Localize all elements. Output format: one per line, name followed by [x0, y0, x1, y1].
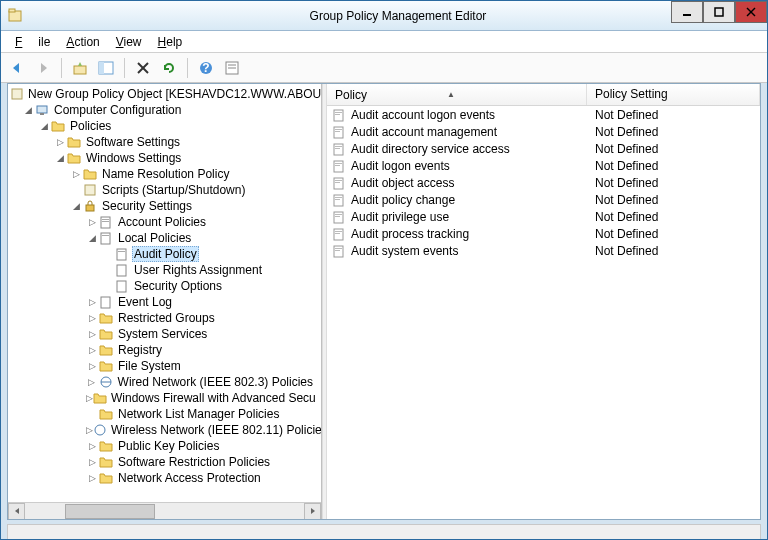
svg-rect-3	[715, 8, 723, 16]
expand-icon[interactable]: ▷	[86, 440, 98, 452]
expand-icon[interactable]: ▷	[86, 472, 98, 484]
scroll-left-button[interactable]	[8, 503, 25, 520]
expand-icon[interactable]: ▷	[86, 376, 98, 388]
tree-firewall[interactable]: ▷Windows Firewall with Advanced Secu	[8, 390, 321, 406]
list-row[interactable]: Audit account managementNot Defined	[327, 123, 760, 140]
list-row[interactable]: Audit logon eventsNot Defined	[327, 157, 760, 174]
svg-rect-8	[99, 62, 104, 74]
list-row[interactable]: Audit account logon eventsNot Defined	[327, 106, 760, 123]
tree-security-options[interactable]: Security Options	[8, 278, 321, 294]
tree-network-access[interactable]: ▷Network Access Protection	[8, 470, 321, 486]
list-row[interactable]: Audit object accessNot Defined	[327, 174, 760, 191]
expand-icon[interactable]: ▷	[86, 296, 98, 308]
help-button[interactable]: ?	[194, 56, 218, 80]
tree-network-list[interactable]: Network List Manager Policies	[8, 406, 321, 422]
horizontal-scrollbar[interactable]	[8, 502, 321, 519]
tree-system-services[interactable]: ▷System Services	[8, 326, 321, 342]
tree-public-key[interactable]: ▷Public Key Policies	[8, 438, 321, 454]
scroll-right-button[interactable]	[304, 503, 321, 520]
tree-policies[interactable]: ◢Policies	[8, 118, 321, 134]
delete-button[interactable]	[131, 56, 155, 80]
expand-icon[interactable]: ▷	[70, 168, 82, 180]
list-row[interactable]: Audit directory service accessNot Define…	[327, 140, 760, 157]
tree-wired-network[interactable]: ▷Wired Network (IEEE 802.3) Policies	[8, 374, 321, 390]
properties-button[interactable]	[220, 56, 244, 80]
policy-icon	[114, 263, 130, 277]
menu-file[interactable]: File	[7, 33, 58, 51]
window-controls	[671, 1, 767, 23]
svg-rect-55	[334, 229, 343, 240]
expand-icon[interactable]: ▷	[86, 424, 93, 436]
tree-account-policies[interactable]: ▷Account Policies	[8, 214, 321, 230]
menu-action[interactable]: Action	[58, 33, 107, 51]
expand-icon[interactable]: ▷	[86, 344, 98, 356]
tree-local-policies[interactable]: ◢Local Policies	[8, 230, 321, 246]
tree-root[interactable]: New Group Policy Object [KESHAVDC12.WWW.…	[8, 86, 321, 102]
tree-computer-config[interactable]: ◢Computer Configuration	[8, 102, 321, 118]
expand-icon[interactable]: ▷	[86, 392, 93, 404]
policy-item-icon	[331, 159, 347, 173]
tree-software-restriction[interactable]: ▷Software Restriction Policies	[8, 454, 321, 470]
svg-rect-28	[117, 265, 126, 276]
tree-restricted-groups[interactable]: ▷Restricted Groups	[8, 310, 321, 326]
folder-icon	[98, 471, 114, 485]
tree-name-resolution[interactable]: ▷Name Resolution Policy	[8, 166, 321, 182]
tree-file-system[interactable]: ▷File System	[8, 358, 321, 374]
tree-audit-policy[interactable]: Audit Policy	[8, 246, 321, 262]
svg-rect-17	[37, 106, 47, 113]
network-icon	[98, 375, 114, 389]
tree-user-rights[interactable]: User Rights Assignment	[8, 262, 321, 278]
svg-rect-30	[101, 297, 110, 308]
collapse-icon[interactable]: ◢	[54, 152, 66, 164]
expand-icon[interactable]: ▷	[86, 328, 98, 340]
up-button[interactable]	[68, 56, 92, 80]
scroll-thumb[interactable]	[65, 504, 155, 519]
forward-button[interactable]	[31, 56, 55, 80]
tree-scripts[interactable]: Scripts (Startup/Shutdown)	[8, 182, 321, 198]
maximize-button[interactable]	[703, 1, 735, 23]
column-policy[interactable]: Policy▲	[327, 84, 587, 105]
expand-icon[interactable]: ▷	[86, 312, 98, 324]
svg-rect-45	[335, 165, 340, 166]
tree-registry[interactable]: ▷Registry	[8, 342, 321, 358]
svg-rect-24	[101, 233, 110, 244]
back-button[interactable]	[5, 56, 29, 80]
show-hide-tree-button[interactable]	[94, 56, 118, 80]
svg-rect-56	[335, 231, 342, 232]
svg-rect-42	[335, 148, 340, 149]
computer-icon	[34, 103, 50, 117]
navigation-tree[interactable]: New Group Policy Object [KESHAVDC12.WWW.…	[8, 84, 321, 504]
list-body[interactable]: Audit account logon eventsNot DefinedAud…	[327, 106, 760, 519]
menu-bar: File Action View Help	[1, 31, 767, 53]
collapse-icon[interactable]: ◢	[22, 104, 34, 116]
tree-event-log[interactable]: ▷Event Log	[8, 294, 321, 310]
separator	[124, 58, 125, 78]
policy-name: Audit account logon events	[351, 108, 595, 122]
list-row[interactable]: Audit policy changeNot Defined	[327, 191, 760, 208]
close-button[interactable]	[735, 1, 767, 23]
tree-software-settings[interactable]: ▷Software Settings	[8, 134, 321, 150]
column-setting[interactable]: Policy Setting	[587, 84, 760, 105]
menu-view[interactable]: View	[108, 33, 150, 51]
tree-wireless-network[interactable]: ▷Wireless Network (IEEE 802.11) Policies	[8, 422, 321, 438]
tree-windows-settings[interactable]: ◢Windows Settings	[8, 150, 321, 166]
collapse-icon[interactable]: ◢	[70, 200, 82, 212]
policy-name: Audit logon events	[351, 159, 595, 173]
expand-icon[interactable]: ▷	[86, 216, 98, 228]
tree-security-settings[interactable]: ◢Security Settings	[8, 198, 321, 214]
refresh-button[interactable]	[157, 56, 181, 80]
network-icon	[93, 423, 107, 437]
collapse-icon[interactable]: ◢	[86, 232, 98, 244]
svg-rect-43	[334, 161, 343, 172]
minimize-button[interactable]	[671, 1, 703, 23]
list-row[interactable]: Audit privilege useNot Defined	[327, 208, 760, 225]
folder-icon	[98, 439, 114, 453]
expand-icon[interactable]: ▷	[86, 456, 98, 468]
menu-help[interactable]: Help	[150, 33, 191, 51]
list-row[interactable]: Audit system eventsNot Defined	[327, 242, 760, 259]
collapse-icon[interactable]: ◢	[38, 120, 50, 132]
folder-icon	[98, 343, 114, 357]
expand-icon[interactable]: ▷	[54, 136, 66, 148]
list-row[interactable]: Audit process trackingNot Defined	[327, 225, 760, 242]
expand-icon[interactable]: ▷	[86, 360, 98, 372]
